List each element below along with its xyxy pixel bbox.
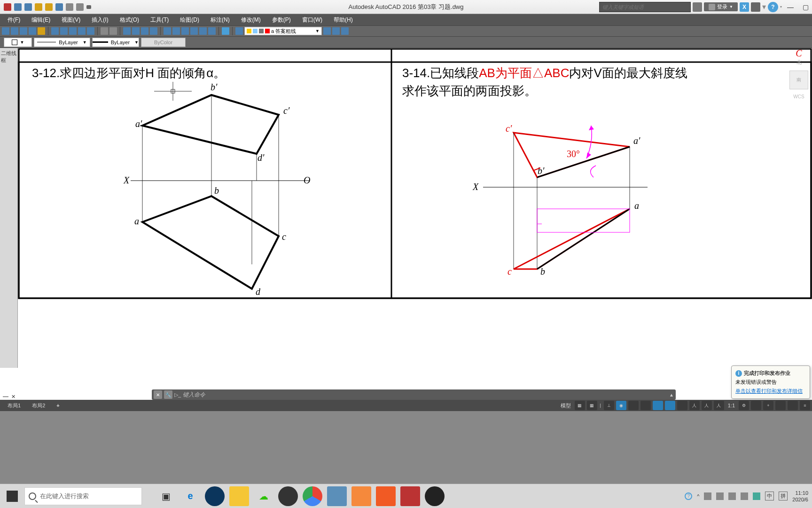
- tray-help-icon[interactable]: ?: [685, 492, 692, 500]
- a360-icon[interactable]: [751, 2, 760, 12]
- ime-kbd[interactable]: 拼: [779, 492, 788, 500]
- search-input[interactable]: [599, 2, 691, 12]
- tool-icon[interactable]: [208, 27, 216, 35]
- grid-toggle[interactable]: ▦: [575, 401, 585, 410]
- qat-dropdown-icon[interactable]: [86, 5, 91, 9]
- tool-icon[interactable]: [172, 27, 180, 35]
- tool-icon[interactable]: [11, 27, 18, 35]
- app-icon[interactable]: [4, 3, 11, 11]
- visual-style-tab[interactable]: 二维线框: [0, 48, 17, 66]
- pan-icon[interactable]: [123, 27, 131, 35]
- plotstyle-dropdown[interactable]: ByColor: [141, 38, 186, 47]
- sb-icon[interactable]: [640, 401, 651, 410]
- tray-icon[interactable]: [716, 492, 724, 500]
- maximize-button[interactable]: ▢: [799, 2, 812, 12]
- tray-icon[interactable]: [753, 492, 760, 500]
- start-button[interactable]: [0, 484, 24, 508]
- minimize-button[interactable]: —: [784, 2, 797, 12]
- menu-file[interactable]: 件(F): [2, 14, 26, 25]
- network-icon[interactable]: [728, 492, 736, 500]
- menu-window[interactable]: 窗口(W): [297, 14, 328, 25]
- tool-icon[interactable]: [141, 27, 148, 35]
- sb-icon[interactable]: 人: [714, 401, 724, 410]
- tool-icon[interactable]: [150, 27, 157, 35]
- menu-draw[interactable]: 绘图(D): [174, 14, 205, 25]
- sb-icon[interactable]: 人: [702, 401, 712, 410]
- command-input[interactable]: 键入命令: [183, 391, 667, 399]
- sb-icon[interactable]: 人: [689, 401, 700, 410]
- tool-icon[interactable]: [60, 27, 68, 35]
- tool-icon[interactable]: [190, 27, 198, 35]
- ime-label[interactable]: 中: [765, 492, 774, 500]
- tray-icon[interactable]: [704, 492, 711, 500]
- polar-toggle[interactable]: ◉: [616, 401, 626, 410]
- tray-chevron[interactable]: ^: [697, 493, 699, 499]
- layer-tool-icon[interactable]: [341, 27, 349, 35]
- tool-icon[interactable]: [78, 27, 86, 35]
- cmd-close-btn[interactable]: ✕: [154, 390, 162, 399]
- tool-icon[interactable]: [29, 27, 36, 35]
- new-icon[interactable]: [14, 3, 22, 11]
- app-icon[interactable]: [351, 486, 371, 506]
- cmd-history-icon[interactable]: ▲: [669, 392, 674, 397]
- taskbar-search[interactable]: 在此键入进行搜索: [24, 487, 142, 505]
- sb-icon[interactable]: [751, 401, 761, 410]
- cmd-handle[interactable]: ✕: [3, 394, 16, 400]
- tool-icon[interactable]: [199, 27, 207, 35]
- menu-modify[interactable]: 修改(M): [235, 14, 266, 25]
- gear-icon[interactable]: ⚙: [739, 401, 749, 410]
- print-icon[interactable]: [55, 3, 63, 11]
- app-icon[interactable]: [327, 486, 347, 506]
- tool-icon[interactable]: [164, 27, 171, 35]
- edge-icon[interactable]: e: [180, 486, 200, 506]
- tool-icon[interactable]: [51, 27, 59, 35]
- layer-tool-icon[interactable]: [323, 27, 331, 35]
- open-icon[interactable]: [24, 3, 32, 11]
- app-icon[interactable]: [425, 486, 445, 506]
- customize-icon[interactable]: ≡: [800, 401, 810, 410]
- layer-tool-icon[interactable]: [235, 27, 243, 35]
- tab-add[interactable]: +: [51, 402, 65, 409]
- tool-icon[interactable]: [38, 27, 45, 35]
- chrome-icon[interactable]: [303, 486, 322, 506]
- redo-icon[interactable]: [76, 3, 84, 11]
- sb-icon[interactable]: [788, 401, 798, 410]
- help-button[interactable]: ?: [768, 2, 778, 12]
- sb-icon[interactable]: +: [763, 401, 773, 410]
- volume-icon[interactable]: [741, 492, 748, 500]
- tool-icon[interactable]: [69, 27, 77, 35]
- taskview-icon[interactable]: ▣: [156, 486, 176, 506]
- tool-icon[interactable]: [20, 27, 27, 35]
- undo-tool-icon[interactable]: [101, 27, 108, 35]
- autocad-icon[interactable]: [400, 486, 420, 506]
- exchange-icon[interactable]: X: [740, 2, 749, 12]
- app-icon[interactable]: [205, 486, 225, 506]
- tool-icon[interactable]: [181, 27, 189, 35]
- app-icon[interactable]: [376, 486, 396, 506]
- sb-icon[interactable]: [677, 401, 687, 410]
- login-button[interactable]: 登录 ▼: [704, 2, 738, 11]
- menu-insert[interactable]: 插入(I): [86, 14, 114, 25]
- command-line[interactable]: ✕ 🔧 ▷_ 键入命令 ▲: [152, 389, 676, 400]
- menu-tools[interactable]: 工具(T): [145, 14, 174, 25]
- help-tool-icon[interactable]: [222, 27, 229, 35]
- menu-parametric[interactable]: 参数(P): [266, 14, 297, 25]
- binoculars-icon[interactable]: [693, 2, 702, 12]
- color-dropdown[interactable]: ▼: [4, 38, 32, 47]
- tab-layout1[interactable]: 布局1: [2, 401, 26, 410]
- tool-icon[interactable]: [87, 27, 94, 35]
- saveas-icon[interactable]: [45, 3, 53, 11]
- sb-icon[interactable]: [653, 401, 663, 410]
- sb-icon[interactable]: [628, 401, 639, 410]
- lineweight-dropdown[interactable]: ByLayer▼: [92, 38, 139, 47]
- menu-format[interactable]: 格式(O): [114, 14, 145, 25]
- view-compass[interactable]: C 北 南 WCS: [789, 48, 808, 99]
- snap-toggle[interactable]: ▦: [587, 401, 597, 410]
- menu-help[interactable]: 帮助(H): [328, 14, 359, 25]
- redo-tool-icon[interactable]: [109, 27, 117, 35]
- menu-view[interactable]: 视图(V): [56, 14, 86, 25]
- layer-dropdown[interactable]: a 答案粗线 ▼: [244, 27, 322, 35]
- sb-icon[interactable]: [665, 401, 675, 410]
- explorer-icon[interactable]: [229, 486, 249, 506]
- cmd-close-icon[interactable]: ✕: [11, 394, 16, 400]
